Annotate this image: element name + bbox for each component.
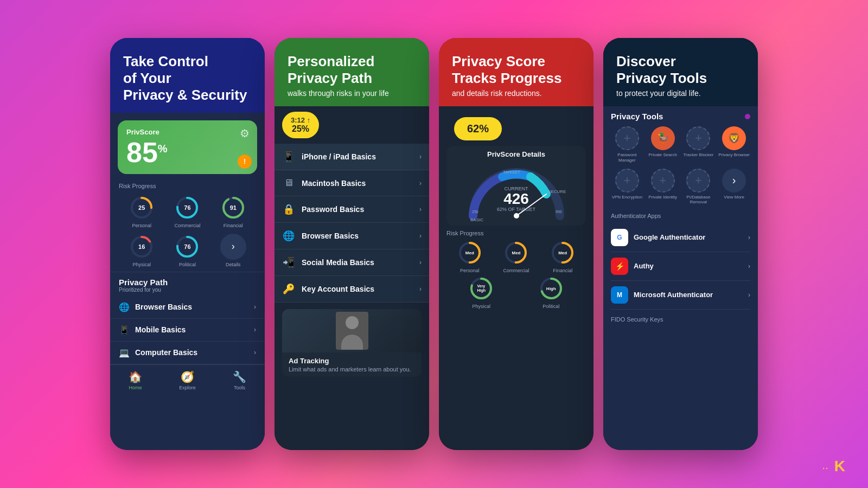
menu-iphone-basics[interactable]: 📱 iPhone / iPad Basics ›: [275, 144, 429, 170]
svg-point-11: [514, 213, 519, 219]
circle3-physical: VeryHigh Physical: [468, 275, 494, 309]
risk-progress-section: Risk Progress Med Personal Med: [439, 226, 593, 311]
circle-personal: 25 Personal: [129, 195, 155, 228]
privacy-menu-list: 🌐 Browser Basics › 📱 Mobile Basics › 💻 C…: [110, 296, 265, 364]
pct-text: 62%: [467, 123, 489, 135]
phone2-header: Personalized Privacy Path walks through …: [275, 38, 429, 106]
menu-item-computer[interactable]: 💻 Computer Basics ›: [110, 342, 265, 364]
gauge-svg-wrap: BASIC TARGET SECURE 250 950 CURRENT 426 …: [454, 162, 578, 221]
add-identity-icon: +: [651, 169, 675, 192]
bottom-nav: 🏠 Home 🧭 Explore 🔧 Tools: [110, 364, 265, 395]
fido-section: FIDO Security Keys: [603, 312, 758, 327]
gauge-number: 426: [497, 192, 535, 207]
menu-item-browser[interactable]: 🌐 Browser Basics ›: [110, 296, 265, 319]
score-gauge: PrivScore Details BASIC TA: [446, 146, 586, 226]
add-password-icon: +: [615, 126, 639, 150]
fido-title: FIDO Security Keys: [611, 316, 750, 323]
menu-item-mobile[interactable]: 📱 Mobile Basics ›: [110, 319, 265, 342]
ad-tracking-title: Ad Tracking: [289, 357, 415, 365]
priiv-score-card: PrivScore 85% ⚙ !: [118, 120, 257, 174]
menu-key-account[interactable]: 🔑 Key Account Basics ›: [275, 276, 429, 303]
phone2-title: Personalized Privacy Path: [288, 53, 416, 87]
priiv-score-label: PrivScore: [126, 128, 168, 136]
menu-browser-basics[interactable]: 🌐 Browser Basics ›: [275, 223, 429, 249]
view-more-icon: ›: [722, 169, 746, 192]
auth-microsoft[interactable]: M Microsoft Authenticator ›: [611, 281, 750, 310]
gauge-center-text: CURRENT 426 62% OF TARGET: [497, 187, 535, 213]
ad-tracking-info: Ad Tracking Limit what ads and marketers…: [282, 352, 422, 377]
nav-explore[interactable]: 🧭 Explore: [179, 370, 196, 390]
phone4-title: Discover Privacy Tools: [616, 53, 745, 87]
tool-tracker-blocker[interactable]: + Tracker Blocker: [682, 126, 715, 163]
circle-financial: 91 Financial: [220, 195, 246, 228]
risk-circles-3-row1: Med Personal Med Commercial: [446, 240, 586, 273]
svg-text:BASIC: BASIC: [470, 217, 483, 221]
phones-container: Take Control of Your Privacy & Security …: [99, 27, 769, 461]
privacy-path-subtitle: Prioritized for you: [119, 287, 256, 293]
gear-icon[interactable]: ⚙: [240, 127, 250, 140]
phone-card-4: Discover Privacy Tools to protect your d…: [603, 38, 758, 450]
tools-grid-row1: + Password Manager 🦆 Private Search + Tr…: [611, 126, 750, 163]
password-icon: 🔒: [282, 203, 295, 215]
add-vpn-icon: +: [615, 169, 639, 192]
risk-circles-row2: 16 Physical 76 Political › Details: [110, 232, 265, 272]
badge-notification: !: [238, 155, 252, 169]
authy-logo: ⚡: [611, 258, 628, 275]
nav-tools[interactable]: 🔧 Tools: [233, 370, 246, 390]
circle3-commercial: Med Commercial: [503, 240, 529, 273]
tool-privacy-browser[interactable]: 🦁 Privacy Browser: [718, 126, 750, 163]
phone3-header: Privacy Score Tracks Progress and detail…: [439, 38, 593, 106]
phone4-body: Privacy Tools + Password Manager 🦆 Priva…: [603, 106, 758, 450]
watermark-letter: K: [834, 458, 846, 474]
nav-home[interactable]: 🏠 Home: [129, 370, 142, 390]
ad-tracking-image: [282, 309, 422, 352]
phone-card-2: Personalized Privacy Path walks through …: [275, 38, 429, 450]
tools-section-title: Privacy Tools: [611, 112, 663, 121]
tool-private-search[interactable]: 🦆 Private Search: [647, 126, 679, 163]
risk-circles-row1: 25 Personal 76 Commercial 91: [110, 191, 265, 232]
tool-private-identity[interactable]: + Private Identity: [647, 169, 679, 205]
microsoft-logo: M: [611, 286, 628, 304]
tool-pi-database[interactable]: + PI/Database Removal: [682, 169, 715, 205]
mac-icon: 🖥: [282, 177, 295, 189]
phone4-subtitle: to protect your digital life.: [616, 89, 745, 98]
home-icon: 🏠: [129, 370, 142, 383]
social-icon: 📲: [282, 256, 295, 268]
privacy-path-section: Privacy Path Prioritized for you: [110, 272, 265, 296]
auth-section: Authenticator Apps G Google Authenticato…: [603, 210, 758, 312]
tools-icon: 🔧: [233, 370, 246, 383]
watermark: ·· K: [822, 458, 846, 475]
duckduckgo-icon: 🦆: [651, 126, 675, 150]
circle-details-arrow[interactable]: › Details: [220, 234, 246, 267]
risk-progress-title3: Risk Progress: [446, 230, 586, 236]
auth-google[interactable]: G Google Authenticator ›: [611, 223, 750, 252]
auth-authy[interactable]: ⚡ Authy ›: [611, 252, 750, 281]
phone3-body: 62% PrivScore Details: [439, 106, 593, 450]
privacy-path-title: Privacy Path: [119, 278, 256, 287]
svg-text:TARGET: TARGET: [503, 170, 520, 175]
iphone-icon: 📱: [282, 151, 295, 163]
google-auth-logo: G: [611, 229, 628, 246]
ad-person-figure: [336, 312, 368, 350]
ad-tracking-card[interactable]: Ad Tracking Limit what ads and marketers…: [282, 309, 422, 377]
menu-mac-basics[interactable]: 🖥 Macintosh Basics ›: [275, 170, 429, 196]
add-tracker-icon: +: [686, 126, 710, 150]
circle3-financial: Med Financial: [550, 240, 576, 273]
svg-text:950: 950: [556, 210, 562, 214]
menu-social-basics[interactable]: 📲 Social Media Basics ›: [275, 249, 429, 276]
phone1-title: Take Control of Your Privacy & Security: [123, 53, 252, 104]
ad-tracking-desc: Limit what ads and marketers learn about…: [289, 366, 415, 373]
mobile-icon: 📱: [119, 325, 130, 335]
phone1-header: Take Control of Your Privacy & Security: [110, 38, 265, 113]
circle3-personal: Med Personal: [457, 240, 483, 273]
auth-section-title: Authenticator Apps: [611, 213, 750, 219]
timer-badge: 3:12 ↑ 25%: [282, 112, 319, 138]
svg-text:SECURE: SECURE: [548, 189, 566, 194]
phone-card-3: Privacy Score Tracks Progress and detail…: [439, 38, 593, 450]
circle3-political: High Political: [538, 275, 564, 309]
menu-password-basics[interactable]: 🔒 Password Basics ›: [275, 196, 429, 223]
explore-icon: 🧭: [181, 370, 194, 383]
tool-vpn[interactable]: + VPN Encryption: [611, 169, 643, 205]
tool-password-manager[interactable]: + Password Manager: [611, 126, 643, 163]
tool-view-more[interactable]: › View More: [718, 169, 750, 205]
